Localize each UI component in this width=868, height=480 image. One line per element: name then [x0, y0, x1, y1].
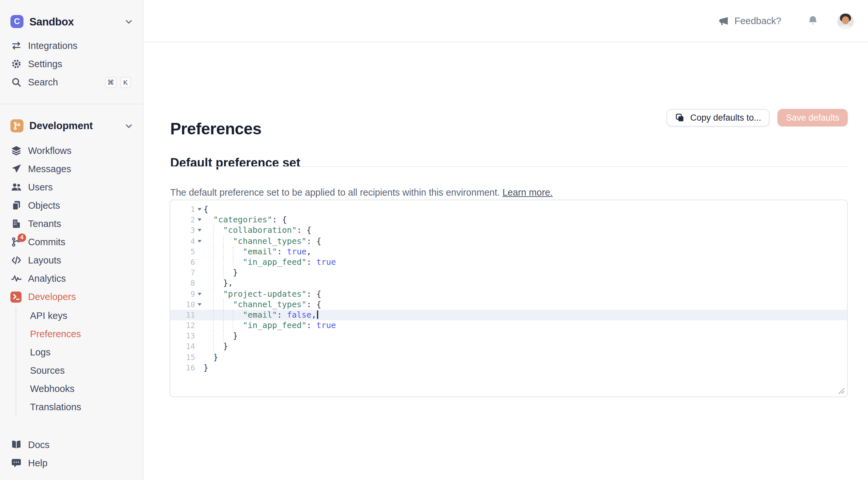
shortcut-key: K [120, 77, 131, 88]
code-text: "project-updates": { [204, 289, 847, 299]
code-line-4[interactable]: 4"channel_types": { [170, 236, 847, 246]
sidebar-subitem-translations[interactable]: Translations [16, 398, 143, 416]
sidebar-item-search[interactable]: Search⌘K [0, 73, 143, 91]
indent-guide [204, 225, 213, 236]
code-line-3[interactable]: 3"collaboration": { [170, 225, 847, 236]
pulse-icon [10, 273, 22, 284]
line-number: 6 [170, 257, 195, 267]
code-line-6[interactable]: 6"in_app_feed": true [170, 257, 847, 267]
indent-guide [223, 257, 233, 267]
indent-guide [204, 320, 213, 331]
sidebar-item-label: Messages [28, 164, 131, 174]
indent-guide [204, 331, 213, 341]
sidebar-item-docs[interactable]: Docs [0, 436, 143, 454]
indent-guide [213, 310, 223, 320]
indent-guide [213, 320, 223, 331]
line-number: 12 [170, 320, 195, 331]
code-text: "channel_types": { [204, 236, 847, 246]
users-icon [10, 182, 22, 193]
resize-grip-icon[interactable] [838, 387, 845, 395]
code-line-14[interactable]: 14} [170, 341, 847, 352]
fold-arrow-icon[interactable] [195, 240, 204, 242]
sidebar-subitem-webhooks[interactable]: Webhooks [16, 380, 143, 398]
fold-arrow-icon[interactable] [195, 219, 204, 221]
paper-plane-icon [10, 163, 22, 175]
shortcut-key: ⌘ [105, 77, 117, 88]
code-line-13[interactable]: 13} [170, 331, 847, 341]
code-line-16[interactable]: 16} [170, 363, 847, 373]
line-number: 11 [170, 310, 195, 320]
environment-switcher[interactable]: Development [0, 117, 143, 135]
code-line-1[interactable]: 1{ [170, 204, 847, 215]
sidebar-item-label: Tenants [28, 218, 131, 229]
indent-guide [213, 257, 223, 267]
code-line-7[interactable]: 7} [170, 267, 847, 278]
indent-guide [213, 267, 223, 278]
code-line-5[interactable]: 5"email": true, [170, 246, 847, 257]
sidebar-subitem-logs[interactable]: Logs [16, 343, 143, 361]
sidebar-item-label: Search [28, 77, 98, 87]
code-text: } [204, 363, 847, 373]
copy-defaults-button[interactable]: Copy defaults to... [667, 109, 770, 126]
sidebar-item-help[interactable]: Help [0, 454, 143, 472]
json-editor[interactable]: 1{2"categories": {3"collaboration": {4"c… [169, 200, 848, 397]
indent-guide [204, 257, 213, 267]
sidebar-item-commits[interactable]: 4Commits [0, 233, 143, 251]
code-text: } [204, 331, 847, 341]
sidebar-developers-subnav: API keysPreferencesLogsSourcesWebhooksTr… [16, 306, 143, 416]
indent-guide [213, 341, 223, 352]
learn-more-link[interactable]: Learn more. [502, 187, 553, 198]
indent-guide [204, 341, 213, 352]
code-text: "email": false, [204, 310, 847, 320]
fold-arrow-icon[interactable] [195, 208, 204, 211]
commits-count-badge: 4 [18, 233, 26, 242]
sidebar-item-label: Integrations [28, 40, 131, 51]
sidebar-subitem-sources[interactable]: Sources [16, 361, 143, 380]
line-number: 14 [170, 341, 195, 352]
code-line-10[interactable]: 10"channel_types": { [170, 299, 847, 309]
sidebar-subitem-api-keys[interactable]: API keys [16, 306, 143, 325]
sidebar-item-workflows[interactable]: Workflows [0, 142, 143, 160]
fold-arrow-icon[interactable] [195, 303, 204, 306]
bell-icon[interactable] [807, 15, 819, 27]
feedback-button[interactable]: Feedback? [719, 16, 782, 26]
indent-guide [223, 246, 233, 257]
gear-icon [10, 58, 22, 69]
code-text: "in_app_feed": true [204, 320, 847, 331]
sidebar-item-objects[interactable]: Objects [0, 196, 143, 215]
code-text: { [204, 204, 847, 215]
top-header: Feedback? [144, 0, 868, 42]
sidebar-item-label: Settings [28, 59, 131, 69]
indent-guide [204, 352, 213, 362]
code-line-9[interactable]: 9"project-updates": { [170, 289, 847, 299]
code-line-12[interactable]: 12"in_app_feed": true [170, 320, 847, 331]
code-line-15[interactable]: 15} [170, 352, 847, 362]
indent-guide [204, 278, 213, 289]
indent-guide [213, 246, 223, 257]
workspace-switcher[interactable]: C Sandbox [0, 12, 143, 31]
sidebar-item-users[interactable]: Users [0, 178, 143, 196]
code-line-2[interactable]: 2"categories": { [170, 215, 847, 225]
sidebar-item-analytics[interactable]: Analytics [0, 269, 143, 288]
sidebar-item-label: Developers [28, 292, 131, 302]
sidebar-item-messages[interactable]: Messages [0, 160, 143, 178]
sidebar-item-label: Docs [28, 440, 131, 450]
user-avatar[interactable] [837, 13, 854, 29]
sidebar-item-tenants[interactable]: Tenants [0, 215, 143, 233]
indent-guide [204, 310, 213, 320]
sidebar-item-developers[interactable]: Developers [0, 288, 143, 306]
sidebar-item-label: Analytics [28, 273, 131, 284]
fold-arrow-icon[interactable] [195, 293, 204, 295]
save-defaults-button[interactable]: Save defaults [777, 109, 848, 126]
git-branch-icon [10, 119, 24, 132]
sidebar-subitem-preferences[interactable]: Preferences [16, 325, 143, 343]
fold-arrow-icon[interactable] [195, 229, 204, 232]
sidebar-item-integrations[interactable]: Integrations [0, 36, 143, 55]
line-number: 15 [170, 352, 195, 362]
code-line-11[interactable]: 11"email": false, [170, 310, 847, 320]
sidebar-item-layouts[interactable]: Layouts [0, 251, 143, 269]
line-number: 3 [170, 225, 195, 236]
code-line-8[interactable]: 8}, [170, 278, 847, 289]
indent-guide [204, 289, 213, 299]
sidebar-item-settings[interactable]: Settings [0, 55, 143, 73]
